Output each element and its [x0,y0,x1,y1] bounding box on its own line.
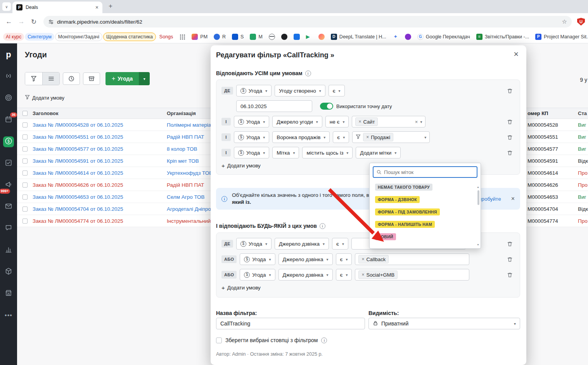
add-deal-button[interactable]: Угода [105,72,139,85]
bookmark-item[interactable]: Звітність/Правки -... [474,33,532,41]
bookmark-item[interactable]: AI курс [3,33,24,41]
browser-tab[interactable]: P Deals × [12,2,102,13]
operator-dropdown[interactable]: є [333,131,349,143]
bookmark-item[interactable] [176,33,188,41]
tab-close-icon[interactable]: × [95,4,99,10]
info-icon[interactable] [320,223,325,229]
bookmark-item[interactable]: Google Перекладач [415,33,473,41]
entity-dropdown[interactable]: Угода [234,131,269,143]
bookmark-item[interactable]: Project Manager Sit... [533,33,588,41]
remove-value-icon[interactable] [361,257,364,262]
exact-date-toggle[interactable] [320,103,333,110]
banner-close-icon[interactable]: × [511,195,515,202]
deal-title-link[interactable]: Заказ № ЛМ000054653 от 06.10.2025 [33,194,167,200]
delete-condition-button[interactable] [505,117,515,127]
add-deal-caret-button[interactable] [139,72,150,85]
value-field[interactable]: Social+GMB [355,269,469,281]
field-dropdown[interactable]: Воронка продажів [272,131,330,143]
delete-condition-button[interactable] [505,239,515,249]
info-icon[interactable] [305,71,311,76]
select-all-checkbox[interactable] [22,111,28,116]
sidebar-item-chat[interactable] [3,223,14,234]
deal-title-link[interactable]: Заказ № ЛМ000054551 от 06.10.2025 [33,134,167,140]
bookmark-item[interactable]: DeepL Translate | H... [328,33,389,41]
delete-condition-button[interactable] [505,254,515,264]
field-dropdown[interactable]: Джерело дзвінка [278,269,333,281]
row-checkbox[interactable] [22,195,28,200]
bookmark-item[interactable]: Синтегрум [25,33,54,41]
remove-value-icon[interactable] [358,119,361,124]
add-condition-link[interactable]: Додати умову [221,284,515,291]
label-option[interactable]: НОВИЙ [373,231,477,243]
sidebar-item-campaigns[interactable]: 999+ [3,180,14,191]
filter-name-input[interactable] [216,318,365,329]
label-option[interactable]: ФОРМА - ПІД ЗАМОВЛЕННЯ [373,206,477,218]
clear-values-icon[interactable] [415,119,418,125]
operator-dropdown[interactable]: є [332,238,348,250]
bookmark-item[interactable]: M [247,33,265,41]
modal-close-button[interactable]: × [514,49,519,59]
sidebar-item-marketplace[interactable] [3,288,14,299]
operator-dropdown[interactable]: є [336,253,352,265]
bookmark-item[interactable] [316,33,327,41]
operator-dropdown[interactable]: не є [325,116,349,127]
deal-title-link[interactable]: Заказ № ЛМ000054591 от 06.10.2025 [33,158,167,164]
bookmark-item[interactable]: S [229,33,246,41]
entity-dropdown[interactable]: Угода [240,253,275,265]
field-dropdown[interactable]: Мітка [272,147,299,158]
back-button[interactable]: ← [3,16,15,28]
deal-title-link[interactable]: Заказ № ЛМ000054577 от 06.10.2025 [33,146,167,152]
entity-dropdown[interactable]: Угода [236,238,272,250]
label-search-box[interactable] [373,166,477,178]
value-field[interactable]: Продажі [352,131,430,143]
address-bar[interactable]: dinmark.pipedrive.com/deals/filter/62 ☆ [43,16,572,28]
date-input[interactable] [236,100,312,112]
add-filter-condition-link[interactable]: Додати умову [25,95,64,101]
bookmark-item[interactable]: R [211,33,228,41]
scroll-down-icon[interactable]: ▼ [477,243,479,246]
column-header-status[interactable]: Ста [569,110,588,116]
bookmark-item[interactable]: Songs [157,33,176,41]
entity-dropdown[interactable]: Угода [236,85,272,96]
entity-dropdown[interactable]: Угода [234,147,269,158]
label-option[interactable]: ФОРМА - НАПИШІТЬ НАМ [373,218,477,231]
bookmark-item[interactable]: Моніторинг/Задачі [55,33,102,41]
scrollbar-thumb[interactable] [477,190,479,205]
column-header-kp[interactable]: омер КП [520,110,569,116]
row-checkbox[interactable] [22,219,28,224]
row-checkbox[interactable] [22,158,28,164]
operator-dropdown[interactable]: є [329,85,345,96]
archive-view-button[interactable] [83,72,100,85]
delete-condition-button[interactable] [505,86,515,96]
forecast-view-button[interactable] [63,72,80,85]
new-tab-button[interactable]: + [105,1,116,11]
tab-search-button[interactable]: ∨ [2,2,11,11]
sidebar-item-more[interactable]: ••• [3,310,14,321]
deal-title-link[interactable]: Заказ № ЛМ000054528 от 06.10.2025 [33,122,167,128]
value-field[interactable]: Сайт [352,116,425,127]
bookmark-item[interactable] [390,33,401,41]
sidebar-item-deals[interactable]: $ [3,136,14,147]
add-labels-dropdown[interactable]: Додати мітки [356,147,401,158]
field-dropdown[interactable]: Джерело угоди [272,116,322,127]
save-columns-checkbox[interactable] [216,337,222,343]
extension-shield-icon[interactable]: U [577,18,585,26]
sidebar-item-contacts[interactable] [3,93,14,104]
visibility-select[interactable]: Приватний [368,318,520,329]
site-settings-icon[interactable] [48,19,54,25]
row-checkbox[interactable] [22,207,28,212]
delete-condition-button[interactable] [505,270,515,280]
sidebar-item-projects[interactable] [3,158,14,169]
row-checkbox[interactable] [22,170,28,176]
field-dropdown[interactable]: Джерело дзвінка [275,238,329,250]
row-checkbox[interactable] [22,134,28,139]
field-dropdown[interactable]: Джерело дзвінка [278,253,333,265]
sidebar-item-insights[interactable] [3,245,14,256]
remove-value-icon[interactable] [366,134,369,140]
list-view-button[interactable] [42,72,59,85]
delete-condition-button[interactable] [505,148,515,158]
entity-dropdown[interactable]: Угода [234,116,269,127]
bookmark-item[interactable] [291,33,303,41]
deal-title-link[interactable]: Заказ № ЛМ000054774 от 06.10.2025 [33,218,167,224]
sidebar-item-activities[interactable]: 35 [3,115,14,126]
